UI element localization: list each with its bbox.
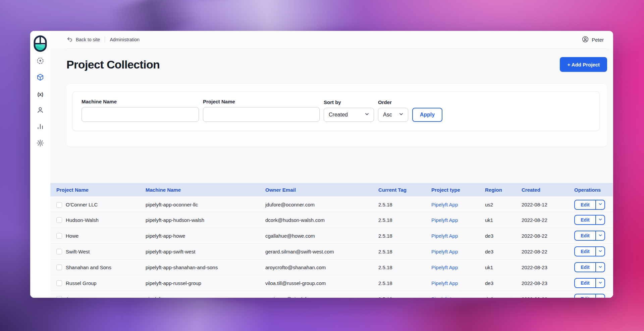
apply-button[interactable]: Apply [412, 108, 442, 122]
project-type-link[interactable]: Pipelyft App [431, 202, 458, 207]
background-petal-shadow [393, 295, 539, 331]
owner-email-cell: aroycrofto@shanahan.com [265, 265, 378, 270]
sidebar-item-projects[interactable] [36, 73, 45, 82]
machine-name-cell: pipelyft-app-howe [146, 233, 265, 239]
project-name-cell: Shanahan and Sons [66, 265, 146, 270]
column-header-project-name[interactable]: Project Name [50, 187, 146, 193]
sort-by-value: Created [329, 112, 348, 118]
region-cell: de3 [485, 233, 522, 239]
row-checkbox[interactable] [56, 296, 62, 298]
edit-dropdown-button[interactable] [596, 279, 604, 287]
table-row: Swift-West pipelyft-app-swift-west gerar… [50, 244, 613, 259]
created-cell: 2022-08-23 [522, 265, 574, 270]
row-checkbox[interactable] [56, 265, 62, 270]
project-name-cell: O'Conner LLC [66, 202, 146, 207]
row-checkbox[interactable] [56, 217, 62, 223]
edit-dropdown-button[interactable] [596, 200, 604, 209]
edit-button[interactable]: Edit [575, 200, 595, 209]
order-select[interactable]: Asc [378, 108, 408, 122]
table-row: Howe pipelyft-app-howe cgallahue@howe.co… [50, 228, 613, 244]
owner-email-cell: jdufore@oconner.com [265, 202, 378, 207]
projects-table: Project Name Machine Name Owner Email Cu… [50, 183, 613, 298]
breadcrumb-administration[interactable]: Administration [110, 37, 140, 42]
chevron-down-icon [598, 233, 603, 239]
project-name-cell: Howe [66, 233, 146, 239]
table-row: O'Conner LLC pipelyft-app-oconner-llc jd… [50, 196, 613, 212]
sidebar-item-settings[interactable] [36, 139, 45, 148]
project-type-link[interactable]: Pipelyft App [431, 217, 458, 223]
row-checkbox[interactable] [56, 233, 62, 239]
column-header-project-type[interactable]: Project type [431, 187, 485, 193]
row-checkbox[interactable] [56, 280, 62, 286]
focus-icon [36, 57, 44, 66]
current-tag-cell: 2.5.18 [378, 217, 431, 223]
region-cell: us2 [485, 202, 522, 207]
back-to-site-link[interactable]: Back to site [66, 36, 100, 43]
edit-button[interactable]: Edit [575, 279, 595, 287]
project-type-link[interactable]: Pipelyft App [431, 249, 458, 254]
variables-icon: (x) [38, 91, 43, 97]
row-checkbox[interactable] [56, 249, 62, 254]
sidebar-item-focus[interactable] [36, 57, 45, 65]
chevron-down-icon [598, 249, 603, 254]
current-tag-cell: 2.5.18 [378, 296, 431, 298]
column-header-current-tag[interactable]: Current Tag [378, 187, 431, 193]
sort-by-select[interactable]: Created [324, 108, 374, 122]
project-name-input[interactable] [203, 107, 320, 122]
sidebar-item-metrics[interactable] [36, 123, 45, 131]
table-row: Shanahan and Sons pipelyft-app-shanahan-… [50, 259, 613, 275]
edit-split-button: Edit [574, 294, 605, 298]
owner-email-cell: cgallahue@howe.com [265, 233, 378, 239]
edit-button[interactable]: Edit [575, 263, 595, 272]
edit-dropdown-button[interactable] [596, 294, 604, 298]
edit-button[interactable]: Edit [575, 247, 595, 256]
edit-split-button: Edit [574, 278, 605, 288]
current-tag-cell: 2.5.18 [378, 249, 431, 254]
table-header: Project Name Machine Name Owner Email Cu… [50, 183, 613, 196]
current-tag-cell: 2.5.18 [378, 265, 431, 270]
column-header-created[interactable]: Created [522, 187, 574, 193]
order-value: Asc [383, 112, 392, 118]
column-header-region[interactable]: Region [485, 187, 522, 193]
chevron-down-icon [598, 280, 603, 286]
project-type-link[interactable]: Pipelyft App [431, 280, 458, 286]
region-cell: uk1 [485, 265, 522, 270]
chevron-down-icon [598, 217, 603, 223]
edit-dropdown-button[interactable] [596, 263, 604, 272]
gear-icon [36, 139, 44, 148]
edit-dropdown-button[interactable] [596, 216, 604, 224]
app-logo[interactable] [34, 35, 47, 52]
edit-split-button: Edit [574, 262, 605, 272]
project-type-link[interactable]: Pipelyft App [431, 233, 458, 239]
column-header-owner-email[interactable]: Owner Email [265, 187, 378, 193]
sidebar-item-users[interactable] [36, 106, 45, 115]
created-cell: 2022-08-22 [522, 233, 574, 239]
edit-button[interactable]: Edit [575, 216, 595, 224]
edit-button[interactable]: Edit [575, 294, 595, 298]
edit-dropdown-button[interactable] [596, 231, 604, 240]
row-checkbox[interactable] [56, 202, 62, 208]
edit-button[interactable]: Edit [575, 231, 595, 240]
user-menu[interactable]: Peter [582, 36, 604, 44]
created-cell: 2022-08-12 [522, 202, 574, 207]
add-project-button[interactable]: + Add Project [560, 57, 607, 72]
project-name-cell: Swift-West [66, 249, 146, 254]
column-header-machine-name[interactable]: Machine Name [146, 187, 265, 193]
owner-email-cell: viloa.till@russel-group.com [265, 280, 378, 286]
filter-card: Machine Name Project Name Sort by Create… [66, 84, 607, 147]
project-type-link[interactable]: Pipelyft App [431, 296, 458, 298]
machine-name-cell: pipelyft-app-swift-west [146, 249, 265, 254]
sidebar: (x) [30, 31, 50, 298]
table-body: O'Conner LLC pipelyft-app-oconner-llc jd… [50, 196, 613, 298]
edit-dropdown-button[interactable] [596, 247, 604, 256]
page-content: Project Collection + Add Project Machine… [50, 49, 613, 298]
project-name-cell: Russel Group [66, 280, 146, 286]
table-row: Amazee pipelyft-app-amazee curtis.cox@pi… [50, 291, 613, 298]
machine-name-input[interactable] [82, 107, 199, 122]
sidebar-item-variables[interactable]: (x) [36, 90, 45, 98]
machine-name-label: Machine Name [82, 99, 199, 104]
order-label: Order [378, 99, 408, 105]
machine-name-cell: pipelyft-app-hudson-walsh [146, 217, 265, 223]
chevron-down-icon [396, 111, 404, 118]
project-type-link[interactable]: Pipelyft App [431, 265, 458, 270]
